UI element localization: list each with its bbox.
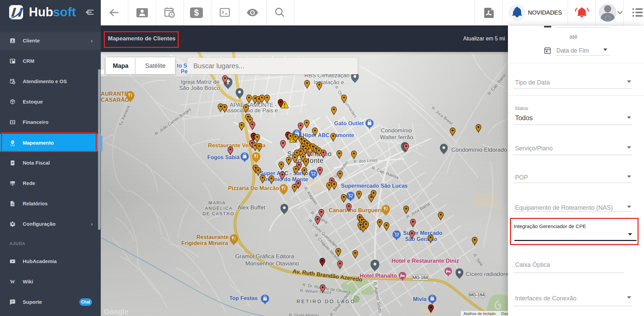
svg-text:Dado: Dado — [501, 312, 508, 316]
svg-text:$: $ — [12, 120, 13, 124]
svg-text:Atalhos de teclado: Atalhos de teclado — [463, 312, 496, 316]
svg-text:NOVIDADES: NOVIDADES — [528, 10, 562, 16]
svg-text:Google: Google — [104, 308, 129, 315]
svg-text:soft: soft — [53, 5, 76, 19]
svg-text:Hub: Hub — [29, 5, 53, 19]
svg-text:$: $ — [194, 8, 199, 17]
svg-text:W: W — [10, 279, 15, 284]
